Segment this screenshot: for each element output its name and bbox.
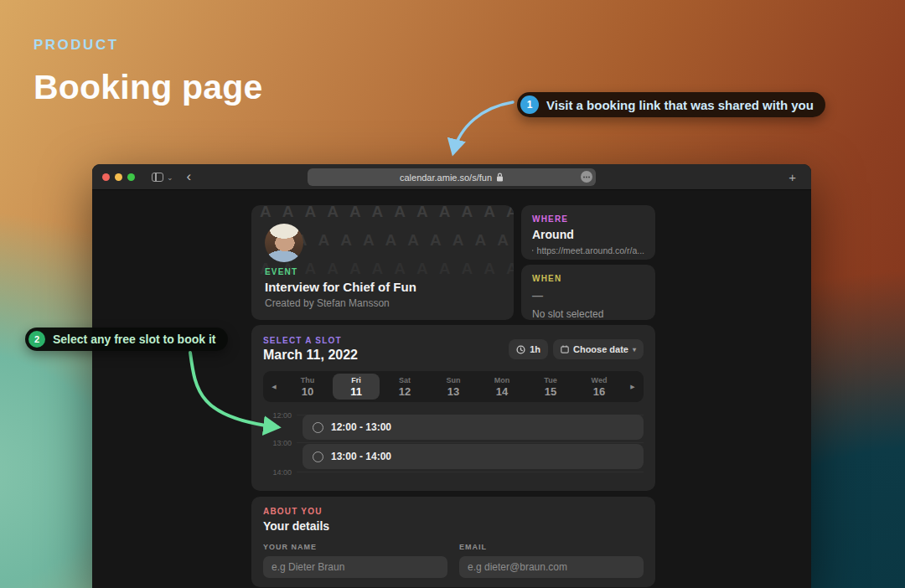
free-slot-12-13[interactable]: 12:00 - 13:00 [303, 415, 644, 440]
your-name-label: YOUR NAME [263, 543, 447, 551]
meeting-link[interactable]: https://meet.around.co/r/a... [532, 245, 644, 255]
sidebar-chevron-icon[interactable]: ⌄ [167, 173, 173, 182]
zoom-window-button[interactable] [127, 173, 135, 181]
step-1-badge: 1 [520, 95, 539, 114]
annotation-step-2: 2 Select any free slot to book it [25, 328, 228, 351]
when-card: WHEN — No slot selected [521, 265, 655, 320]
lock-icon [496, 173, 504, 182]
where-service: Around [532, 228, 644, 241]
annotation-step-1: 1 Visit a booking link that was shared w… [517, 92, 825, 117]
arrow-to-urlbar [453, 102, 513, 152]
event-card: AAAAAAAAAAAAAAA AAAAAAAAAAAAAAA AAAAAAAA… [251, 205, 514, 320]
browser-toolbar: ⌄ ‹ calendar.amie.so/s/fun + [92, 164, 811, 190]
when-empty-dash: — [532, 289, 644, 302]
about-you-card: ABOUT YOU Your details YOUR NAME EMAIL [251, 497, 655, 587]
day-cell-wed-16[interactable]: Wed 16 [576, 374, 623, 400]
duration-value: 1h [530, 344, 540, 354]
day-cell-tue-15[interactable]: Tue 15 [527, 374, 574, 400]
when-label: WHEN [532, 274, 644, 283]
choose-date-label: Choose date [573, 344, 628, 354]
where-label: WHERE [532, 214, 644, 224]
hero-heading: PRODUCT Booking page [34, 37, 262, 107]
event-title: Interview for Chief of Fun [265, 280, 416, 294]
hour-label-12: 12:00 [263, 411, 292, 420]
slot-radio-icon [313, 451, 323, 462]
booking-page-content: AAAAAAAAAAAAAAA AAAAAAAAAAAAAAA AAAAAAAA… [92, 190, 811, 588]
step-1-text: Visit a booking link that was shared wit… [546, 98, 814, 112]
step-2-text: Select any free slot to book it [53, 333, 216, 346]
slot-radio-icon [313, 422, 323, 433]
new-tab-button[interactable]: + [789, 170, 796, 184]
about-you-label: ABOUT YOU [263, 507, 644, 516]
duration-button[interactable]: 1h [509, 339, 548, 359]
free-slot-13-14[interactable]: 13:00 - 14:00 [303, 444, 644, 469]
host-avatar [265, 224, 303, 262]
hour-label-14: 14:00 [263, 468, 292, 477]
page-title: Booking page [34, 68, 262, 107]
your-name-input[interactable] [263, 556, 447, 578]
email-input[interactable] [459, 556, 644, 578]
slot-section-label: SELECT A SLOT [263, 336, 358, 345]
close-window-button[interactable] [102, 173, 110, 181]
your-details-title: Your details [263, 519, 644, 533]
meeting-link-text: https://meet.around.co/r/a... [537, 245, 644, 255]
browser-window: ⌄ ‹ calendar.amie.so/s/fun + [92, 164, 811, 588]
choose-date-button[interactable]: Choose date ▾ [553, 339, 644, 359]
ellipsis-icon [583, 176, 590, 178]
minimize-window-button[interactable] [115, 173, 122, 181]
day-cell-mon-14[interactable]: Mon 14 [478, 374, 525, 400]
next-week-button[interactable]: ▶ [623, 371, 642, 402]
page-background: PRODUCT Booking page 1 Visit a booking l… [0, 0, 905, 588]
when-status: No slot selected [532, 308, 644, 320]
chevron-down-icon: ▾ [633, 346, 636, 353]
hero-eyebrow: PRODUCT [34, 37, 262, 54]
day-cell-thu-10[interactable]: Thu 10 [284, 374, 331, 400]
slot-picker-card: SELECT A SLOT March 11, 2022 1h [251, 325, 655, 491]
event-label: EVENT [265, 267, 416, 276]
hour-label-13: 13:00 [263, 439, 292, 447]
date-strip: ◀ Thu 10 Fri 11 Sat 12 [263, 371, 644, 402]
sidebar-toggle-icon[interactable] [152, 173, 163, 182]
selected-date-title: March 11, 2022 [263, 348, 358, 363]
day-cell-sun-13[interactable]: Sun 13 [430, 374, 477, 400]
day-cell-sat-12[interactable]: Sat 12 [381, 374, 428, 400]
prev-week-button[interactable]: ◀ [265, 371, 283, 402]
back-button[interactable]: ‹ [187, 169, 192, 185]
where-card: WHERE Around https://meet.around.co/r/a.… [521, 205, 655, 260]
address-bar[interactable]: calendar.amie.so/s/fun [308, 168, 596, 186]
day-cell-fri-11[interactable]: Fri 11 [333, 374, 380, 400]
url-text: calendar.amie.so/s/fun [400, 173, 492, 183]
event-created-by: Created by Stefan Mansson [265, 297, 416, 309]
window-controls [102, 173, 135, 181]
step-2-badge: 2 [28, 331, 45, 348]
clock-icon [516, 345, 525, 354]
reader-options-button[interactable] [581, 171, 592, 183]
time-grid: 12:00 13:00 14:00 12:00 - 13:00 13:00 - … [263, 415, 644, 498]
email-label: EMAIL [459, 543, 644, 551]
video-camera-icon [532, 247, 534, 254]
calendar-icon [561, 345, 569, 353]
